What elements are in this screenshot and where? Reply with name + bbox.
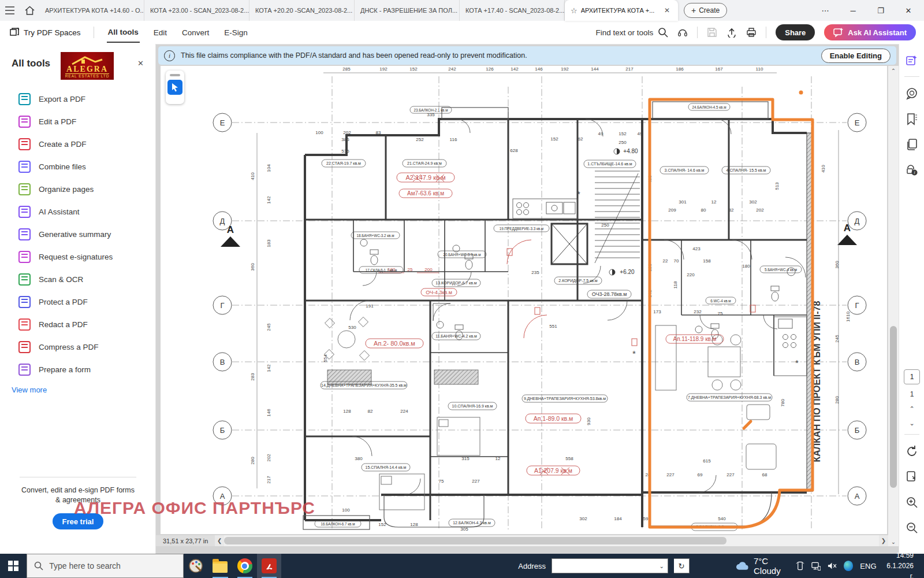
pdf-page-canvas[interactable]: ЕД ГВ БА ЕД ГВ БА А А — [156, 66, 888, 535]
tool-organize-pages[interactable]: Organize pages — [0, 178, 155, 201]
svg-text:551: 551 — [549, 324, 557, 329]
tab-document-5[interactable]: КОТА +17.40 - SCAN_2023-08-2... — [460, 0, 565, 21]
pdf-spaces-button[interactable]: Try PDF Spaces — [9, 27, 81, 38]
taskbar-search-input[interactable]: Type here to search — [27, 554, 184, 578]
nav-convert[interactable]: Convert — [181, 23, 210, 42]
restore-button[interactable]: ❐ — [869, 2, 893, 19]
zoom-out-icon[interactable] — [903, 519, 921, 536]
zoom-in-icon[interactable] — [903, 494, 921, 511]
save-icon[interactable] — [707, 27, 717, 38]
close-panel-icon[interactable]: ✕ — [134, 52, 147, 75]
star-icon[interactable]: ☆ — [571, 6, 578, 15]
read-aloud-icon[interactable] — [677, 27, 688, 38]
horizontal-scrollbar[interactable] — [224, 535, 879, 546]
enable-editing-button[interactable]: Enable Editing — [821, 49, 891, 63]
drag-handle[interactable] — [170, 74, 180, 76]
hamburger-menu-icon[interactable] — [0, 0, 20, 21]
tray-volume-muted-icon[interactable] — [828, 562, 837, 570]
taskbar-weather[interactable]: 7°C Cloudy — [736, 556, 796, 576]
tool-export-pdf[interactable]: Export a PDF — [0, 88, 155, 110]
svg-text:227: 227 — [726, 472, 735, 477]
previous-page-icon[interactable]: ⌃ — [909, 405, 914, 413]
share-button[interactable]: Share — [776, 24, 815, 40]
more-options-icon[interactable]: ⋯ — [813, 2, 837, 19]
language-indicator[interactable]: ENG — [860, 562, 876, 570]
svg-text:227: 227 — [472, 479, 480, 484]
ask-ai-assistant-button[interactable]: Ask AI Assistant — [824, 24, 916, 40]
comments-icon[interactable] — [903, 85, 921, 102]
print-icon[interactable] — [746, 27, 757, 38]
nav-esign[interactable]: E-Sign — [223, 23, 249, 42]
page-thumbnails-icon[interactable] — [903, 136, 921, 153]
tab-document-2[interactable]: КОТА +23.00 - SCAN_2023-08-2... — [144, 0, 249, 21]
minimize-button[interactable]: ─ — [841, 2, 865, 19]
tool-ai-assistant[interactable]: AI Assistant — [0, 201, 155, 223]
close-tab-icon[interactable]: ✕ — [662, 5, 672, 16]
bookmarks-icon[interactable] — [903, 110, 921, 128]
generative-summary-rail-icon[interactable] — [903, 52, 921, 69]
find-text-button[interactable]: Find text or tools — [595, 27, 668, 38]
svg-text:513: 513 — [774, 182, 780, 190]
view-more-link[interactable]: View more — [0, 381, 155, 394]
svg-text:+6.20: +6.20 — [620, 269, 635, 275]
vertical-scrollbar[interactable]: ⌃ ⌄ — [888, 66, 899, 546]
tab-document-3[interactable]: КОТА +20.20 -SCAN_2023-08-2... — [249, 0, 355, 21]
scroll-right-icon[interactable]: ❯ — [879, 535, 888, 546]
address-go-icon[interactable]: ↻ — [674, 558, 690, 573]
taskbar-clock[interactable]: 14:59 6.1.2026 г. — [884, 550, 919, 578]
vertical-scroll-thumb[interactable] — [890, 326, 897, 488]
taskbar-paint-icon[interactable] — [184, 554, 208, 578]
scroll-left-icon[interactable]: ❮ — [215, 535, 224, 546]
tray-network-icon[interactable] — [811, 562, 821, 570]
scroll-up-icon[interactable]: ⌃ — [888, 66, 899, 75]
svg-text:217: 217 — [625, 66, 634, 72]
tray-edge-icon[interactable] — [844, 561, 854, 571]
nav-all-tools[interactable]: All tools — [107, 23, 140, 43]
svg-text:423: 423 — [692, 246, 701, 251]
tool-compress-pdf[interactable]: Compress a PDF — [0, 336, 155, 358]
taskbar-file-explorer-icon[interactable] — [208, 554, 232, 578]
start-button[interactable] — [0, 554, 27, 578]
tool-create-pdf[interactable]: Create a PDF — [0, 133, 155, 155]
tab-document-4[interactable]: ДНСК - РАЗРЕШЕНИЕ ЗА ПОЛ... — [355, 0, 460, 21]
tool-edit-pdf[interactable]: Edit a PDF — [0, 110, 155, 133]
svg-text:184: 184 — [614, 516, 622, 521]
tool-combine-files[interactable]: Combine files — [0, 155, 155, 178]
scroll-down-icon[interactable]: ⌄ — [888, 537, 899, 546]
tray-phone-icon[interactable] — [796, 561, 804, 570]
tool-scan-ocr[interactable]: Scan & OCR — [0, 268, 155, 291]
tab-document-active[interactable]: ☆ АРХИТЕКТУРА КОТА +... ✕ — [565, 0, 678, 21]
taskbar-chrome-icon[interactable] — [233, 554, 257, 578]
attachments-info-icon[interactable]: i — [903, 161, 921, 179]
tool-prepare-form[interactable]: Prepare a form — [0, 358, 155, 381]
svg-text:116: 116 — [450, 137, 457, 142]
close-window-button[interactable]: ✕ — [896, 2, 921, 19]
fit-page-icon[interactable] — [903, 468, 921, 486]
tool-request-esignatures[interactable]: Request e-signatures — [0, 246, 155, 268]
tab-document-1[interactable]: АРХИТЕКТУРА КОТА +14.60 - О... — [39, 0, 144, 21]
horizontal-scroll-thumb[interactable] — [224, 537, 726, 544]
combine-files-icon — [18, 161, 31, 173]
next-page-icon[interactable]: ⌄ — [909, 420, 914, 427]
pdf-spaces-label: Try PDF Spaces — [24, 28, 81, 37]
svg-text:6.WC-4 кв.м: 6.WC-4 кв.м — [710, 299, 731, 303]
chevron-down-icon[interactable]: ⌄ — [656, 563, 668, 569]
tool-generative-summary[interactable]: Generative summary — [0, 223, 155, 246]
tool-redact-pdf[interactable]: Redact a PDF — [0, 313, 155, 336]
tool-label: Protect a PDF — [39, 298, 88, 306]
svg-text:250: 250 — [601, 223, 609, 228]
tool-protect-pdf[interactable]: Protect a PDF — [0, 291, 155, 313]
rotate-page-icon[interactable] — [903, 443, 921, 460]
svg-text:20.БАНЯ+WC-3.9 кв.м: 20.БАНЯ+WC-3.9 кв.м — [444, 253, 481, 257]
home-icon[interactable] — [20, 0, 39, 21]
address-input[interactable]: ⌄ — [552, 558, 668, 573]
nav-edit[interactable]: Edit — [152, 23, 168, 42]
svg-text:335: 335 — [427, 112, 435, 117]
page-number-input[interactable]: 1 — [904, 369, 920, 384]
search-icon — [34, 561, 43, 570]
create-tab-button[interactable]: + Create — [684, 3, 727, 18]
svg-text:22: 22 — [663, 258, 668, 264]
taskbar-acrobat-icon[interactable] — [257, 554, 281, 578]
upload-share-icon[interactable] — [726, 27, 737, 38]
select-tool-button[interactable] — [167, 80, 182, 95]
